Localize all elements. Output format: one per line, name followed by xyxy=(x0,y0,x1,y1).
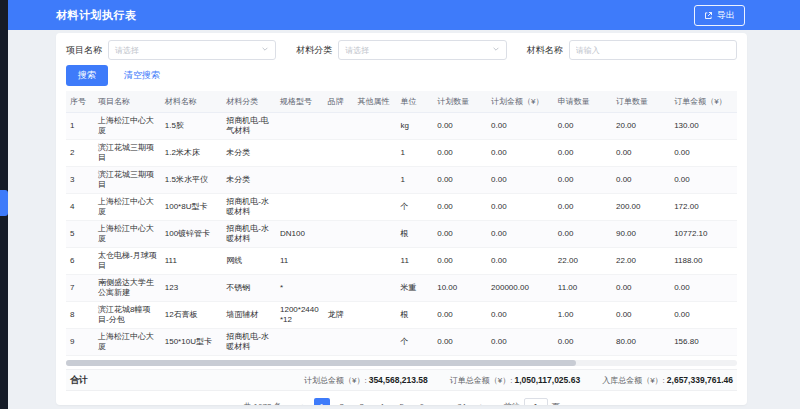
table-row: 5上海松江中心大厦100镀锌管卡招商机电-水暖材料DN100根0.000.000… xyxy=(66,221,737,248)
table-cell: 200.00 xyxy=(612,194,670,221)
table-cell: 11 xyxy=(397,248,434,275)
column-header: 材料分类 xyxy=(222,91,276,113)
table-cell: 5 xyxy=(66,221,94,248)
pagination-next[interactable]: › xyxy=(474,398,490,405)
table-cell: 9 xyxy=(66,329,94,356)
page-jump: 前往 页 xyxy=(504,398,560,405)
project-filter-group: 项目名称 请选择 xyxy=(66,40,276,60)
column-header: 单位 xyxy=(397,91,434,113)
table-cell xyxy=(323,167,353,194)
pagination-total: 共 1673 条 xyxy=(243,401,281,406)
table-cell: 8 xyxy=(66,302,94,329)
material-category-placeholder: 请选择 xyxy=(345,45,491,56)
pagination-ellipsis[interactable]: ··· xyxy=(434,398,450,405)
project-name-select[interactable]: 请选择 xyxy=(108,40,276,60)
table-cell xyxy=(276,329,323,356)
pagination-page-84[interactable]: 84 xyxy=(454,398,470,405)
table-cell xyxy=(354,113,397,140)
table-cell: 0.00 xyxy=(612,167,670,194)
export-button[interactable]: 导出 xyxy=(694,5,745,26)
pagination-page-2[interactable]: 2 xyxy=(334,398,350,405)
material-filter-group: 材料名称 xyxy=(527,40,737,60)
table-cell: 80.00 xyxy=(612,329,670,356)
column-header: 其他属性 xyxy=(354,91,397,113)
table-cell: 1200*2440*12 xyxy=(276,302,323,329)
column-header: 订单金额（¥） xyxy=(670,91,737,113)
table-cell xyxy=(354,221,397,248)
inbound-total-label: 入库总金额（¥）: xyxy=(602,376,665,385)
sidebar-toggle[interactable] xyxy=(0,190,8,216)
table-cell: 龙牌 xyxy=(323,302,353,329)
app-window: 材料计划执行表 导出 项目名称 请选择 材料分类 xyxy=(0,0,800,409)
table-cell xyxy=(323,329,353,356)
pagination-page-3[interactable]: 3 xyxy=(354,398,370,405)
table-cell: * xyxy=(276,275,323,302)
table-cell: 6 xyxy=(66,248,94,275)
table-cell: 100镀锌管卡 xyxy=(161,221,222,248)
table-cell: 0.00 xyxy=(487,167,554,194)
scrollbar-thumb[interactable] xyxy=(66,360,576,366)
table-cell: 0.00 xyxy=(554,221,612,248)
column-header: 规格型号 xyxy=(276,91,323,113)
table-cell: 0.00 xyxy=(433,194,487,221)
pagination-page-1[interactable]: 1 xyxy=(314,398,330,405)
material-category-select[interactable]: 请选择 xyxy=(338,40,506,60)
table-cell: 米重 xyxy=(397,275,434,302)
table-cell xyxy=(323,221,353,248)
clear-search-button[interactable]: 清空搜索 xyxy=(124,69,160,82)
table-cell: 22.00 xyxy=(612,248,670,275)
table-cell: 滨江花城三期项目 xyxy=(94,167,161,194)
materials-table: 序号项目名称材料名称材料分类规格型号品牌其他属性单位计划数量计划金额（¥）申请数… xyxy=(66,91,737,356)
table-cell: 7 xyxy=(66,275,94,302)
table-cell: 2 xyxy=(66,140,94,167)
table-cell: 南侧盛达大学生公寓新建 xyxy=(94,275,161,302)
filter-bar: 项目名称 请选择 材料分类 请选择 材料名称 xyxy=(66,39,737,61)
search-button[interactable]: 搜索 xyxy=(66,65,108,86)
table-cell: 不锈钢 xyxy=(222,275,276,302)
column-header: 项目名称 xyxy=(94,91,161,113)
table-cell: 未分类 xyxy=(222,140,276,167)
material-name-input[interactable] xyxy=(576,46,730,55)
table-cell xyxy=(354,329,397,356)
table-cell: 0.00 xyxy=(433,140,487,167)
filter-actions: 搜索 清空搜索 xyxy=(66,66,737,84)
table-cell: 0.00 xyxy=(612,302,670,329)
table-cell: 1.5米水平仪 xyxy=(161,167,222,194)
table-cell xyxy=(276,140,323,167)
table-cell: 11.00 xyxy=(554,275,612,302)
pagination-page-6[interactable]: 6 xyxy=(414,398,430,405)
table-cell: 墙面辅材 xyxy=(222,302,276,329)
material-name-label: 材料名称 xyxy=(527,44,563,57)
page-jump-input[interactable] xyxy=(524,398,548,405)
table-cell: 90.00 xyxy=(612,221,670,248)
topbar: 材料计划执行表 导出 xyxy=(8,0,800,30)
table-cell: 0.00 xyxy=(433,248,487,275)
table-cell: 11 xyxy=(276,248,323,275)
table-cell: 招商机电-水暖材料 xyxy=(222,221,276,248)
table-cell: 根 xyxy=(397,221,434,248)
table-cell: 上海松江中心大厦 xyxy=(94,113,161,140)
table-cell: 太仓电梯-月球项目 xyxy=(94,248,161,275)
table-cell: 招商机电-水暖材料 xyxy=(222,194,276,221)
pagination-page-4[interactable]: 4 xyxy=(374,398,390,405)
table-cell: 111 xyxy=(161,248,222,275)
pagination-page-5[interactable]: 5 xyxy=(394,398,410,405)
table-cell: 未分类 xyxy=(222,167,276,194)
summary-bar: 合计 计划总金额（¥）:354,568,213.58 订单总金额（¥）:1,05… xyxy=(66,369,737,391)
table-cell: 0.00 xyxy=(487,248,554,275)
table-cell: kg xyxy=(397,113,434,140)
table-cell: 0.00 xyxy=(554,194,612,221)
table-cell xyxy=(276,113,323,140)
table-cell: 根 xyxy=(397,302,434,329)
pagination-prev[interactable]: ‹ xyxy=(294,398,310,405)
chevron-down-icon xyxy=(492,45,500,55)
category-filter-group: 材料分类 请选择 xyxy=(296,40,506,60)
column-header: 计划金额（¥） xyxy=(487,91,554,113)
horizontal-scrollbar[interactable] xyxy=(66,360,737,366)
table-cell: 1 xyxy=(66,113,94,140)
table-cell: 招商机电-电气材料 xyxy=(222,113,276,140)
table-cell: 0.00 xyxy=(487,113,554,140)
inbound-total-value: 2,657,339,761.46 xyxy=(667,375,733,385)
summary-totals: 计划总金额（¥）:354,568,213.58 订单总金额（¥）:1,050,1… xyxy=(304,375,733,386)
plan-total: 计划总金额（¥）:354,568,213.58 xyxy=(304,375,428,386)
